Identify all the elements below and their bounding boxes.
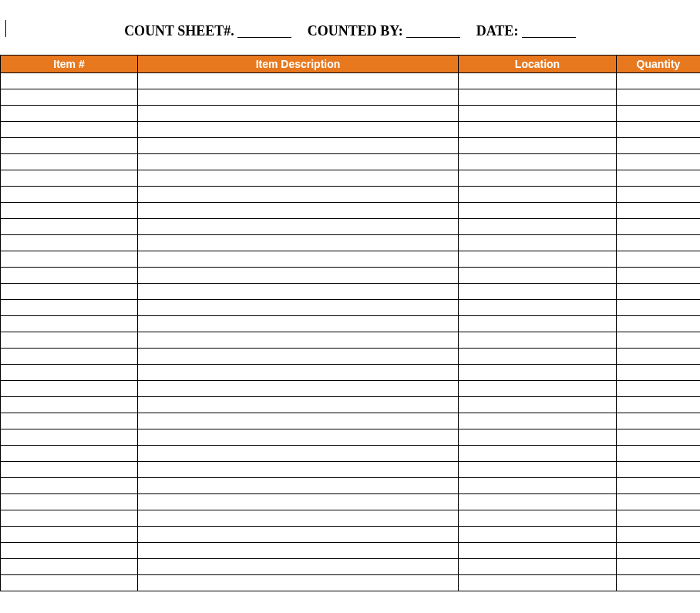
cell-description[interactable] [138,73,459,89]
cell-quantity[interactable] [617,559,701,575]
cell-location[interactable] [459,73,617,89]
cell-quantity[interactable] [617,494,701,510]
cell-location[interactable] [459,219,617,235]
cell-location[interactable] [459,543,617,559]
cell-location[interactable] [459,446,617,462]
cell-location[interactable] [459,235,617,251]
cell-location[interactable] [459,187,617,203]
cell-item_no[interactable] [1,462,138,478]
cell-item_no[interactable] [1,543,138,559]
cell-quantity[interactable] [617,575,701,591]
cell-quantity[interactable] [617,106,701,122]
cell-description[interactable] [138,235,459,251]
cell-quantity[interactable] [617,122,701,138]
cell-location[interactable] [459,268,617,284]
cell-item_no[interactable] [1,154,138,170]
cell-item_no[interactable] [1,203,138,219]
cell-item_no[interactable] [1,235,138,251]
cell-item_no[interactable] [1,365,138,381]
cell-item_no[interactable] [1,446,138,462]
cell-location[interactable] [459,106,617,122]
cell-item_no[interactable] [1,122,138,138]
cell-item_no[interactable] [1,349,138,365]
cell-location[interactable] [459,349,617,365]
cell-location[interactable] [459,300,617,316]
cell-quantity[interactable] [617,446,701,462]
cell-quantity[interactable] [617,381,701,397]
cell-item_no[interactable] [1,559,138,575]
cell-quantity[interactable] [617,462,701,478]
cell-item_no[interactable] [1,381,138,397]
cell-item_no[interactable] [1,138,138,154]
cell-item_no[interactable] [1,268,138,284]
cell-location[interactable] [459,138,617,154]
cell-location[interactable] [459,203,617,219]
cell-quantity[interactable] [617,527,701,543]
cell-description[interactable] [138,413,459,429]
cell-quantity[interactable] [617,170,701,187]
cell-description[interactable] [138,251,459,268]
cell-description[interactable] [138,446,459,462]
cell-description[interactable] [138,494,459,510]
cell-location[interactable] [459,316,617,332]
cell-description[interactable] [138,106,459,122]
cell-location[interactable] [459,365,617,381]
cell-item_no[interactable] [1,429,138,446]
counted-by-field[interactable] [406,37,460,38]
cell-description[interactable] [138,187,459,203]
cell-quantity[interactable] [617,138,701,154]
cell-description[interactable] [138,332,459,349]
cell-description[interactable] [138,300,459,316]
cell-item_no[interactable] [1,284,138,300]
date-field[interactable] [522,37,576,38]
cell-item_no[interactable] [1,89,138,106]
cell-description[interactable] [138,284,459,300]
cell-quantity[interactable] [617,73,701,89]
cell-location[interactable] [459,462,617,478]
cell-quantity[interactable] [617,429,701,446]
cell-description[interactable] [138,138,459,154]
cell-quantity[interactable] [617,235,701,251]
cell-item_no[interactable] [1,478,138,494]
cell-item_no[interactable] [1,510,138,527]
cell-quantity[interactable] [617,203,701,219]
cell-location[interactable] [459,284,617,300]
cell-description[interactable] [138,575,459,591]
cell-location[interactable] [459,494,617,510]
cell-description[interactable] [138,349,459,365]
cell-description[interactable] [138,365,459,381]
cell-item_no[interactable] [1,300,138,316]
cell-description[interactable] [138,170,459,187]
cell-description[interactable] [138,397,459,413]
cell-item_no[interactable] [1,527,138,543]
cell-location[interactable] [459,559,617,575]
cell-item_no[interactable] [1,251,138,268]
cell-description[interactable] [138,527,459,543]
cell-quantity[interactable] [617,413,701,429]
cell-item_no[interactable] [1,106,138,122]
cell-quantity[interactable] [617,154,701,170]
cell-quantity[interactable] [617,89,701,106]
cell-item_no[interactable] [1,219,138,235]
cell-location[interactable] [459,397,617,413]
cell-description[interactable] [138,203,459,219]
cell-location[interactable] [459,510,617,527]
cell-location[interactable] [459,381,617,397]
cell-description[interactable] [138,219,459,235]
cell-quantity[interactable] [617,478,701,494]
cell-quantity[interactable] [617,219,701,235]
count-sheet-field[interactable] [237,37,291,38]
cell-item_no[interactable] [1,413,138,429]
cell-quantity[interactable] [617,316,701,332]
cell-quantity[interactable] [617,300,701,316]
cell-location[interactable] [459,478,617,494]
cell-description[interactable] [138,429,459,446]
cell-description[interactable] [138,510,459,527]
cell-description[interactable] [138,89,459,106]
cell-location[interactable] [459,429,617,446]
cell-location[interactable] [459,251,617,268]
cell-item_no[interactable] [1,397,138,413]
cell-item_no[interactable] [1,332,138,349]
cell-quantity[interactable] [617,543,701,559]
cell-description[interactable] [138,381,459,397]
